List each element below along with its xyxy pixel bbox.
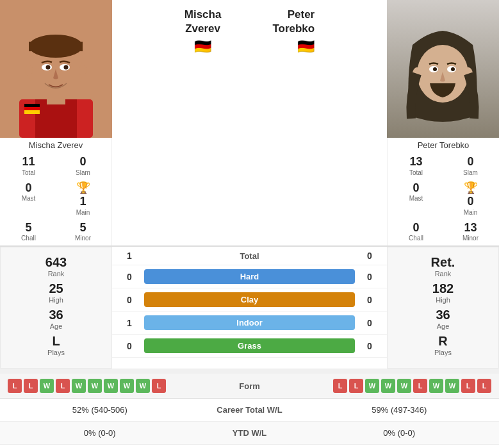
left-chall-stat: 5 Chall	[3, 220, 54, 244]
left-minor-stat: 5 Minor	[57, 220, 109, 244]
form-pill: W	[120, 379, 134, 393]
center-spacer	[112, 138, 387, 245]
form-pill: L	[461, 379, 475, 393]
left-high-stat: 25 High	[49, 281, 63, 304]
main-container: Mischa Zverev 🇩🇪 Peter Torebko 🇩🇪	[0, 0, 499, 448]
right-chall-stat: 0 Chall	[390, 220, 442, 244]
left-plays-stat: L Plays	[47, 334, 65, 356]
surface-row-clay: 0 Clay 0	[112, 288, 387, 311]
form-pill: L	[333, 379, 347, 393]
form-pill: L	[8, 379, 22, 393]
surface-row-total: 1 Total 0	[112, 247, 387, 265]
form-pill: W	[429, 379, 443, 393]
form-pill: W	[381, 379, 395, 393]
stats-center-label: Career Total W/L	[192, 405, 307, 415]
svg-rect-15	[24, 107, 40, 110]
right-rank-stat: Ret. Rank	[431, 255, 455, 278]
svg-point-11	[25, 65, 33, 76]
surface-row-hard: 0 Hard 0	[112, 265, 387, 288]
stats-right-value: 59% (497-346)	[307, 405, 492, 415]
form-pill: W	[104, 379, 118, 393]
stats-left-value: 0% (0-0)	[8, 428, 192, 438]
left-flag: 🇩🇪	[184, 38, 222, 55]
right-flag: 🇩🇪	[272, 38, 315, 55]
photo-row: Mischa Zverev 🇩🇪 Peter Torebko 🇩🇪	[0, 0, 499, 138]
stats-below-photos: Mischa Zverev 11 Total 0 Slam 0 Mast 🏆 1	[0, 138, 499, 247]
form-pill: W	[397, 379, 411, 393]
right-trophy-icon-cell: 🏆 0 Main	[445, 180, 496, 217]
left-mast-stat: 0 Mast	[3, 180, 54, 217]
svg-point-23	[451, 67, 455, 71]
stats-center-label: YTD W/L	[192, 428, 307, 438]
form-pill: W	[88, 379, 102, 393]
surface-rows-center: 1 Total 0 0 Hard 0 0 Clay 0 1 Indoor 0	[112, 247, 387, 369]
form-label: Form	[218, 381, 282, 391]
form-pill: L	[56, 379, 70, 393]
stats-table-row: 0% (0-0)YTD W/L0% (0-0)	[0, 422, 499, 445]
stats-left-value: 52% (540-506)	[8, 405, 192, 415]
svg-point-10	[64, 65, 69, 70]
svg-point-12	[79, 65, 86, 76]
right-age-stat: 36 Age	[436, 308, 450, 330]
surface-row-grass: 0 Grass 0	[112, 335, 387, 358]
right-player-photo	[387, 0, 499, 138]
right-total-stat: 13 Total	[390, 154, 442, 178]
form-pill: L	[24, 379, 38, 393]
right-form-pills: LLWWWLWWLL	[282, 379, 492, 393]
form-pill: W	[72, 379, 86, 393]
svg-point-22	[433, 67, 437, 71]
right-slam-stat: 0 Slam	[445, 154, 496, 178]
form-pill: W	[445, 379, 459, 393]
form-pill: L	[477, 379, 491, 393]
left-trophy-icon: 🏆	[76, 181, 90, 195]
surface-rows-section: 643 Rank 25 High 36 Age L Plays 1 Total …	[0, 247, 499, 369]
form-pill: W	[40, 379, 54, 393]
right-plays-stat: R Plays	[434, 334, 452, 356]
left-stats-grid: 11 Total 0 Slam 0 Mast 🏆 1 Main 5	[3, 154, 109, 243]
stats-right-value: 0% (0-0)	[307, 428, 492, 438]
form-section: LLWLWWWWWL Form LLWWWLWWLL	[0, 374, 499, 399]
center-top-panel: Mischa Zverev 🇩🇪 Peter Torebko 🇩🇪	[112, 0, 387, 138]
left-player-name: Mischa Zverev	[184, 8, 222, 36]
left-player-stats-panel: Mischa Zverev 11 Total 0 Slam 0 Mast 🏆 1	[0, 138, 112, 245]
stats-table: 52% (540-506)Career Total W/L59% (497-34…	[0, 399, 499, 448]
svg-rect-16	[24, 110, 40, 114]
svg-rect-14	[24, 104, 40, 107]
left-rank-stat: 643 Rank	[45, 255, 67, 278]
stats-table-row: 52% (540-506)Career Total W/L59% (497-34…	[0, 399, 499, 422]
stats-table-row: $2,435,179Career Prize Money$28,860	[0, 445, 499, 448]
right-trophy-icon: 🏆	[464, 181, 478, 195]
form-pill: L	[349, 379, 363, 393]
svg-rect-6	[29, 42, 83, 51]
surface-row-indoor: 1 Indoor 0	[112, 311, 387, 335]
right-player-name-label: Peter Torebko	[418, 140, 470, 150]
left-player-name-label: Mischa Zverev	[29, 140, 83, 150]
left-age-stat: 36 Age	[49, 308, 63, 330]
form-pill: L	[413, 379, 427, 393]
left-total-stat: 11 Total	[3, 154, 54, 178]
right-high-stat: 182 High	[432, 281, 454, 304]
left-slam-stat: 0 Slam	[57, 154, 109, 178]
form-pill: W	[365, 379, 379, 393]
left-trophy-icon-cell: 🏆 1 Main	[57, 180, 109, 217]
left-form-pills: LLWLWWWWWL	[8, 379, 218, 393]
svg-rect-2	[35, 99, 77, 138]
left-player-photo	[0, 0, 112, 138]
right-stats-grid: 13 Total 0 Slam 0 Mast 🏆 0 Main 0	[390, 154, 496, 243]
form-pill: W	[136, 379, 150, 393]
right-minor-stat: 13 Minor	[445, 220, 496, 244]
right-player-name: Peter Torebko	[272, 8, 315, 36]
form-pill: L	[152, 379, 166, 393]
right-side-stats: Ret. Rank 182 High 36 Age R Plays	[387, 247, 499, 369]
left-side-stats: 643 Rank 25 High 36 Age L Plays	[0, 247, 112, 369]
right-player-stats-panel: Peter Torebko 13 Total 0 Slam 0 Mast 🏆 0	[387, 138, 499, 245]
right-mast-stat: 0 Mast	[390, 180, 442, 217]
svg-point-9	[46, 65, 51, 70]
